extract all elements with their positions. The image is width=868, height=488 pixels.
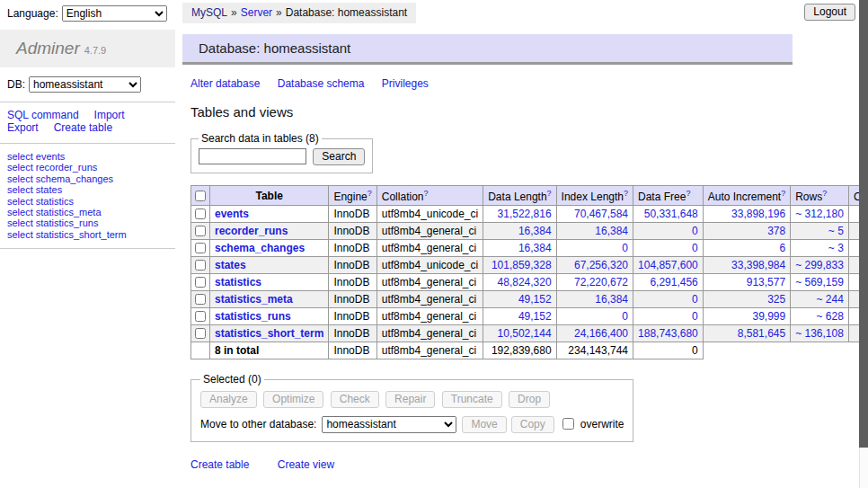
- table-name-cell: statistics: [210, 274, 329, 291]
- table-name-link[interactable]: statistics_short_term: [215, 327, 323, 340]
- engine-cell: InnoDB: [329, 274, 376, 291]
- column-header-index-length: Index Length?: [556, 186, 633, 206]
- move-db-select[interactable]: homeassistant: [322, 416, 456, 433]
- selected-legend: Selected (0): [200, 373, 264, 386]
- sql-command-link[interactable]: SQL command: [7, 109, 79, 121]
- drop-button[interactable]: Drop: [509, 391, 550, 408]
- language-row: Language:English: [0, 0, 175, 22]
- engine-cell: InnoDB: [329, 325, 376, 342]
- data-length-hint-link[interactable]: ?: [547, 189, 552, 198]
- row-checkbox-cell: [191, 308, 210, 325]
- export-link[interactable]: Export: [7, 121, 39, 134]
- auto-increment-cell: 8,581,645: [703, 325, 790, 342]
- index-length-cell: 67,256,320: [556, 257, 633, 274]
- breadcrumb-current: Database: homeassistant: [286, 6, 407, 19]
- rows-count-cell: ~ 312,180: [791, 206, 849, 223]
- table-row: schema_changes InnoDB utf8mb4_general_ci…: [191, 240, 868, 257]
- sidebar-item-select-recorder-runs[interactable]: select recorder_runs: [7, 162, 168, 173]
- engine-cell: InnoDB: [329, 206, 376, 223]
- total-label-cell: 8 in total: [210, 342, 329, 359]
- import-link[interactable]: Import: [94, 109, 125, 121]
- total-blank-cell: [703, 342, 790, 359]
- collation-cell: utf8mb4_general_ci: [376, 240, 483, 257]
- privileges-link[interactable]: Privileges: [382, 77, 429, 90]
- row-checkbox[interactable]: [195, 209, 206, 219]
- database-schema-link[interactable]: Database schema: [278, 77, 365, 90]
- table-name-cell: events: [210, 206, 329, 223]
- row-checkbox[interactable]: [195, 226, 206, 236]
- collation-hint-link[interactable]: ?: [423, 189, 428, 198]
- db-select-row: DB:homeassistant: [0, 67, 175, 102]
- table-row: statistics_short_term InnoDB utf8mb4_gen…: [191, 325, 868, 342]
- rows-count-cell: ~ 628: [791, 308, 849, 325]
- language-select[interactable]: English: [62, 5, 167, 22]
- column-header-label: Rows: [795, 191, 822, 203]
- db-select[interactable]: homeassistant: [29, 76, 141, 93]
- scrollbar-thumb[interactable]: [859, 0, 868, 448]
- search-button[interactable]: Search: [313, 148, 365, 165]
- scrollbar-track[interactable]: [859, 0, 868, 488]
- truncate-button[interactable]: Truncate: [442, 391, 502, 408]
- move-button[interactable]: Move: [462, 416, 506, 433]
- page-title: Database: homeassistant: [182, 34, 793, 65]
- row-checkbox[interactable]: [195, 277, 206, 288]
- data-length-cell: 31,522,816: [483, 206, 556, 223]
- data-free-cell: 104,857,600: [633, 257, 704, 274]
- select-all-checkbox[interactable]: [195, 191, 206, 201]
- engine-cell: InnoDB: [329, 240, 376, 257]
- table-row: recorder_runs InnoDB utf8mb4_general_ci …: [191, 223, 868, 240]
- table-name-link[interactable]: statistics_runs: [215, 310, 291, 323]
- column-header-collation: Collation?: [376, 186, 483, 206]
- sidebar-item-select-events[interactable]: select events: [7, 151, 168, 162]
- table-name-link[interactable]: schema_changes: [215, 242, 305, 254]
- data-free-cell: 188,743,680: [633, 325, 704, 342]
- logout-button[interactable]: Logout: [804, 4, 855, 21]
- alter-database-link[interactable]: Alter database: [190, 77, 260, 90]
- data-free-cell: 0: [633, 240, 704, 257]
- column-header-rows: Rows?: [791, 186, 849, 206]
- row-checkbox[interactable]: [195, 294, 206, 305]
- analyze-button[interactable]: Analyze: [200, 391, 257, 408]
- row-checkbox[interactable]: [195, 311, 206, 322]
- column-header-data-length: Data Length?: [483, 186, 556, 206]
- table-row: statistics InnoDB utf8mb4_general_ci 48,…: [191, 274, 868, 291]
- data-free-hint-link[interactable]: ?: [686, 189, 690, 198]
- row-checkbox[interactable]: [195, 260, 206, 271]
- optimize-button[interactable]: Optimize: [263, 391, 323, 408]
- auto-increment-cell: 913,577: [703, 274, 790, 291]
- row-checkbox[interactable]: [195, 328, 206, 339]
- table-name-link[interactable]: statistics: [215, 276, 261, 288]
- auto-increment-hint-link[interactable]: ?: [781, 189, 785, 198]
- create-table-link-side[interactable]: Create table: [54, 121, 112, 134]
- selected-buttons-row: Analyze Optimize Check Repair Truncate D…: [200, 391, 624, 408]
- rows-count-cell: ~ 244: [791, 291, 849, 308]
- sidebar-item-select-statistics-short-term[interactable]: select statistics_short_term: [7, 229, 168, 240]
- sidebar-item-select-states[interactable]: select states: [7, 184, 168, 195]
- engine-cell: InnoDB: [329, 257, 376, 274]
- copy-button[interactable]: Copy: [511, 416, 554, 433]
- check-button[interactable]: Check: [331, 391, 379, 408]
- sidebar-item-select-statistics-runs[interactable]: select statistics_runs: [7, 217, 168, 228]
- sidebar-item-select-statistics-meta[interactable]: select statistics_meta: [7, 207, 168, 217]
- index-length-cell: 16,384: [556, 291, 633, 308]
- repair-button[interactable]: Repair: [385, 391, 435, 408]
- create-view-link[interactable]: Create view: [278, 458, 334, 471]
- sidebar-item-select-statistics[interactable]: select statistics: [7, 196, 168, 207]
- search-input[interactable]: [199, 148, 306, 164]
- row-checkbox[interactable]: [195, 243, 206, 253]
- sidebar-item-select-schema-changes[interactable]: select schema_changes: [7, 173, 168, 184]
- engine-hint-link[interactable]: ?: [368, 189, 372, 198]
- engine-cell: InnoDB: [329, 223, 376, 240]
- table-name-link[interactable]: states: [215, 259, 246, 271]
- table-name-link[interactable]: statistics_meta: [215, 293, 293, 306]
- index-length-hint-link[interactable]: ?: [624, 189, 628, 198]
- breadcrumb-server-link[interactable]: Server: [241, 6, 272, 19]
- create-table-link[interactable]: Create table: [190, 458, 249, 471]
- select-all-cell: [191, 186, 210, 206]
- rows-hint-link[interactable]: ?: [822, 189, 827, 198]
- table-name-link[interactable]: recorder_runs: [215, 225, 288, 237]
- table-name-link[interactable]: events: [215, 208, 249, 220]
- row-checkbox-cell: [191, 257, 210, 274]
- overwrite-checkbox[interactable]: [562, 418, 574, 430]
- table-name-cell: schema_changes: [210, 240, 329, 257]
